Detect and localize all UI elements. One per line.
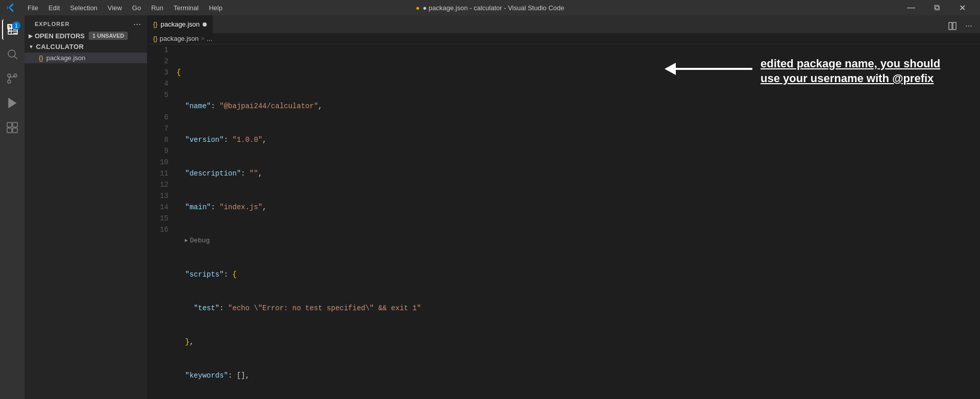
tab-actions: ··· — [945, 19, 980, 33]
breadcrumb: {} package.json > ... — [147, 33, 980, 44]
tab-filename: package.json — [161, 20, 200, 28]
title-modified-dot: ● — [415, 4, 420, 12]
debug-triangle-icon: ▶ — [185, 235, 188, 246]
package-json-name: package.json — [46, 54, 86, 62]
svg-line-7 — [15, 57, 18, 60]
svg-marker-4 — [7, 6, 9, 10]
breadcrumb-sub: ... — [207, 35, 212, 42]
svg-point-9 — [8, 80, 11, 83]
package-json-file[interactable]: {} package.json — [24, 53, 147, 63]
svg-rect-16 — [949, 22, 952, 30]
menu-view[interactable]: View — [104, 3, 126, 13]
titlebar: File Edit Selection View Go Run Terminal… — [0, 0, 980, 15]
svg-marker-3 — [10, 8, 13, 12]
breadcrumb-separator: > — [201, 35, 205, 42]
calculator-chevron: ▼ — [29, 44, 34, 49]
source-control-badge: 1 — [12, 21, 20, 30]
menu-file[interactable]: File — [23, 3, 42, 13]
menu-terminal[interactable]: Terminal — [169, 3, 203, 13]
package-json-icon: {} — [39, 54, 43, 62]
svg-rect-12 — [7, 122, 12, 127]
sidebar-more-button[interactable]: ··· — [133, 19, 141, 29]
tab-file-icon: {} — [153, 20, 158, 28]
breadcrumb-filename: package.json — [160, 35, 199, 42]
activity-search[interactable] — [2, 44, 22, 64]
sidebar-header: Explorer ··· — [24, 15, 147, 31]
activity-explorer[interactable]: 1 — [2, 19, 22, 40]
open-editors-chevron: ▶ — [29, 33, 33, 39]
split-editor-button[interactable] — [945, 19, 960, 33]
menu-edit[interactable]: Edit — [44, 3, 64, 13]
more-actions-button[interactable]: ··· — [962, 19, 976, 33]
breadcrumb-file-icon: {} — [153, 35, 158, 42]
menu-bar: File Edit Selection View Go Run Terminal… — [23, 3, 227, 13]
activity-source-control[interactable] — [2, 68, 22, 89]
line-numbers: 1 2 3 4 5 6 7 8 9 10 11 12 13 14 15 16 — [147, 44, 173, 399]
svg-rect-15 — [13, 128, 17, 133]
code-editor[interactable]: { "name": "@bajpai244/calculator", "vers… — [173, 44, 973, 399]
calculator-folder-label: CALCULATOR — [36, 43, 84, 51]
svg-rect-13 — [13, 122, 17, 127]
menu-run[interactable]: Run — [147, 3, 167, 13]
editor-scrollbar[interactable] — [973, 44, 980, 399]
sidebar: Explorer ··· ▶ OPEN EDITORS 1 UNSAVED ▼ … — [24, 15, 147, 399]
close-button[interactable]: ✕ — [950, 0, 974, 15]
menu-selection[interactable]: Selection — [66, 3, 101, 13]
menu-go[interactable]: Go — [128, 3, 145, 13]
package-json-tab[interactable]: {} package.json — [147, 15, 213, 33]
activity-extensions[interactable] — [2, 117, 22, 138]
editor-content: 1 2 3 4 5 6 7 8 9 10 11 12 13 14 15 16 { — [147, 44, 980, 399]
svg-marker-11 — [9, 98, 16, 108]
calculator-folder[interactable]: ▼ CALCULATOR — [24, 41, 147, 53]
tab-bar: {} package.json ··· — [147, 15, 980, 33]
unsaved-badge: 1 UNSAVED — [89, 32, 128, 40]
restore-button[interactable]: ⧉ — [925, 0, 948, 15]
menu-help[interactable]: Help — [205, 3, 227, 13]
vscode-logo-icon — [6, 3, 15, 12]
sidebar-title: Explorer — [35, 21, 70, 27]
activity-bar: 1 — [0, 15, 24, 399]
svg-rect-17 — [953, 22, 956, 30]
editor-area: {} package.json ··· {} package.json > ..… — [147, 15, 980, 399]
open-editors-label: OPEN EDITORS — [35, 32, 85, 40]
title-text: ● package.json - calculator - Visual Stu… — [423, 4, 564, 12]
activity-run-debug[interactable] — [2, 93, 22, 113]
open-editors-section[interactable]: ▶ OPEN EDITORS 1 UNSAVED — [24, 31, 147, 41]
minimize-button[interactable]: — — [899, 0, 923, 15]
debug-label: Debug — [190, 235, 210, 246]
svg-point-8 — [8, 74, 11, 77]
svg-marker-1 — [10, 3, 13, 8]
debug-line: ▶ Debug — [177, 235, 973, 246]
titlebar-title: ● ● package.json - calculator - Visual S… — [415, 4, 564, 12]
svg-point-6 — [8, 50, 15, 57]
tab-modified-dot — [203, 22, 207, 27]
titlebar-left: File Edit Selection View Go Run Terminal… — [6, 3, 227, 13]
titlebar-window-controls: — ⧉ ✕ — [899, 0, 974, 15]
main-layout: 1 — [0, 15, 980, 399]
svg-rect-14 — [7, 128, 12, 133]
